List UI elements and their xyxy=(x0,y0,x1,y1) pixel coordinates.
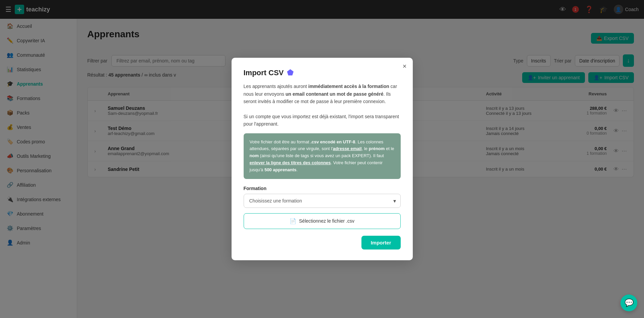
modal-overlay: × Import CSV ⬟ Les apprenants ajoutés au… xyxy=(0,0,644,318)
formation-select-wrap: Choisissez une formation ▾ xyxy=(244,194,401,208)
modal-title-text: Import CSV xyxy=(244,69,284,77)
diamond-icon: ⬟ xyxy=(287,69,293,77)
formation-select[interactable]: Choisissez une formation xyxy=(244,194,401,208)
import-csv-modal: × Import CSV ⬟ Les apprenants ajoutés au… xyxy=(232,58,413,260)
modal-actions: Importer xyxy=(244,236,401,249)
modal-close-button[interactable]: × xyxy=(403,62,407,70)
importer-button[interactable]: Importer xyxy=(361,236,401,249)
file-select-button[interactable]: 📄 Sélectionnez le fichier .csv xyxy=(244,213,401,229)
modal-info-box: Votre fichier doit être au format .csv e… xyxy=(244,133,401,179)
file-btn-label: Sélectionnez le fichier .csv xyxy=(299,218,354,224)
chat-bubble[interactable]: 💬 xyxy=(621,294,637,311)
info-text: Votre fichier doit être au format .csv e… xyxy=(250,139,394,172)
desc-bold1: immédiatement accès à la formation xyxy=(308,84,389,89)
formation-label: Formation xyxy=(244,186,401,191)
modal-title: Import CSV ⬟ xyxy=(244,69,401,77)
modal-description: Les apprenants ajoutés auront immédiatem… xyxy=(244,83,401,128)
desc-part1: Les apprenants ajoutés auront xyxy=(244,84,308,89)
desc-bold2: un email contenant un mot de passe génér… xyxy=(286,91,384,97)
chat-icon: 💬 xyxy=(625,299,634,307)
file-icon: 📄 xyxy=(290,218,296,224)
desc-2: Si un compte que vous importez est déjà … xyxy=(244,114,399,127)
